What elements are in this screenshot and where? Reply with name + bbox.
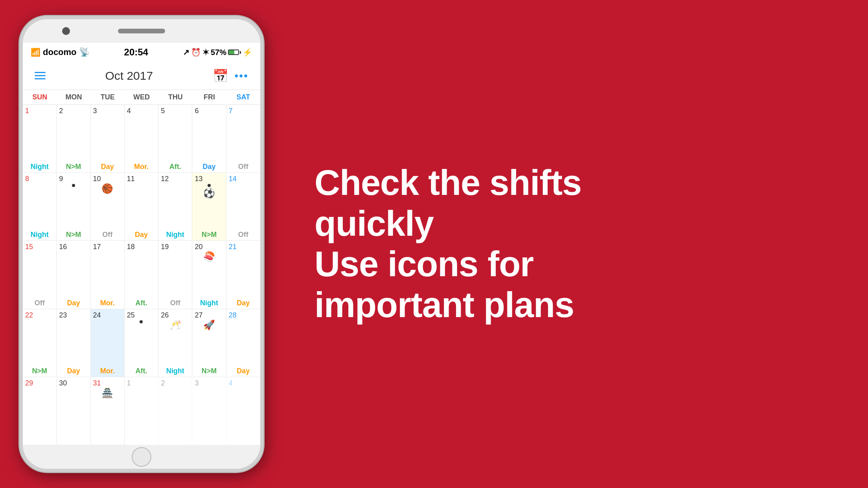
day-header-sun: SUN xyxy=(23,90,57,105)
cal-cell-24[interactable]: 24 Mor. xyxy=(91,309,125,377)
tagline-line1: Check the shifts xyxy=(314,163,581,202)
cell-13-dot xyxy=(208,184,211,187)
location-icon: ↗ xyxy=(183,48,189,57)
cal-cell-nov1[interactable]: 1 xyxy=(125,377,158,445)
tagline-line4: important plans xyxy=(314,285,574,325)
cal-cell-6[interactable]: 6 Day xyxy=(192,105,226,173)
wifi-icon: 📡 xyxy=(79,47,90,57)
cal-cell-nov2[interactable]: 2 xyxy=(158,377,192,445)
cal-cell-23[interactable]: 23 Day xyxy=(57,309,90,377)
champagne-icon: 🥂 xyxy=(169,320,181,330)
menu-button[interactable] xyxy=(35,72,46,79)
calendar-add-icon[interactable]: 📅 xyxy=(213,68,228,83)
day-header-fri: FRI xyxy=(192,90,226,105)
phone-side-button-right xyxy=(263,129,263,176)
day-header-wed: WED xyxy=(125,90,158,105)
phone-mockup: 📶 docomo 📡 20:54 ↗ ⏰ ✶ 57% xyxy=(0,0,283,488)
cal-cell-19[interactable]: 19 Off xyxy=(158,241,192,309)
cal-cell-13[interactable]: 13 ⚽ N>M xyxy=(192,173,226,241)
calendar-grid: 1 Night 2 N>M 3 Day 4 Mor. 5 Aft. xyxy=(23,105,260,445)
cal-cell-1[interactable]: 1 Night xyxy=(23,105,57,173)
tagline-line3: Use icons for xyxy=(314,244,533,284)
status-right: ↗ ⏰ ✶ 57% ⚡ xyxy=(183,48,252,57)
bluetooth-icon: ✶ xyxy=(202,48,209,57)
day-header-thu: THU xyxy=(158,90,192,105)
cal-cell-25[interactable]: 25 Aft. xyxy=(125,309,158,377)
carrier-label: docomo xyxy=(43,47,77,57)
phone-top-bar xyxy=(23,19,260,43)
cal-cell-22[interactable]: 22 N>M xyxy=(23,309,57,377)
cal-cell-10[interactable]: 10 🏀 Off xyxy=(91,173,125,241)
phone-bottom-bar xyxy=(23,445,260,469)
rocket-icon: 🚀 xyxy=(203,320,215,330)
day-header-tue: TUE xyxy=(91,90,125,105)
phone-side-button-1 xyxy=(20,82,20,102)
cal-cell-29[interactable]: 29 xyxy=(23,377,57,445)
calendar-more-icon[interactable]: ••• xyxy=(235,70,248,82)
phone-camera xyxy=(62,27,70,35)
tagline-line2: quickly xyxy=(314,204,434,243)
cal-cell-30[interactable]: 30 xyxy=(57,377,90,445)
calendar-title: Oct 2017 xyxy=(105,69,153,83)
cell-25-dot xyxy=(140,320,143,323)
cal-cell-31[interactable]: 31 🏯 xyxy=(91,377,125,445)
phone-speaker xyxy=(118,29,165,33)
status-bar: 📶 docomo 📡 20:54 ↗ ⏰ ✶ 57% xyxy=(23,43,260,62)
cal-cell-2[interactable]: 2 N>M xyxy=(57,105,90,173)
cal-cell-7[interactable]: 7 Off xyxy=(226,105,260,173)
cal-cell-11[interactable]: 11 Day xyxy=(125,173,158,241)
charging-icon: ⚡ xyxy=(243,48,252,57)
phone-side-button-2 xyxy=(20,114,20,145)
phone-frame: 📶 docomo 📡 20:54 ↗ ⏰ ✶ 57% xyxy=(20,16,263,472)
basketball-icon: 🏀 xyxy=(101,184,113,193)
cal-cell-4[interactable]: 4 Mor. xyxy=(125,105,158,173)
cal-cell-14[interactable]: 14 Off xyxy=(226,173,260,241)
cal-cell-9[interactable]: 9 N>M xyxy=(57,173,90,241)
day-headers: SUN MON TUE WED THU FRI SAT xyxy=(23,90,260,105)
castle-icon: 🏯 xyxy=(101,388,113,398)
cal-cell-20[interactable]: 20 🍣 Night xyxy=(192,241,226,309)
cal-cell-12[interactable]: 12 Night xyxy=(158,173,192,241)
battery-icon xyxy=(228,50,241,55)
cal-cell-15[interactable]: 15 Off xyxy=(23,241,57,309)
cal-cell-3[interactable]: 3 Day xyxy=(91,105,125,173)
calendar-header: Oct 2017 📅 ••• xyxy=(23,62,260,90)
cal-cell-16[interactable]: 16 Day xyxy=(57,241,90,309)
phone-screen: 📶 docomo 📡 20:54 ↗ ⏰ ✶ 57% xyxy=(23,43,260,445)
cal-cell-26[interactable]: 26 🥂 Night xyxy=(158,309,192,377)
signal-icon: 📶 xyxy=(31,48,40,57)
cal-cell-8[interactable]: 8 Night xyxy=(23,173,57,241)
cal-cell-21[interactable]: 21 Day xyxy=(226,241,260,309)
cal-cell-17[interactable]: 17 Mor. xyxy=(91,241,125,309)
day-header-mon: MON xyxy=(57,90,90,105)
soccer-icon: ⚽ xyxy=(203,189,215,198)
alarm-icon: ⏰ xyxy=(191,48,201,57)
day-header-sat: SAT xyxy=(226,90,260,105)
home-button[interactable] xyxy=(132,447,151,467)
cal-cell-28[interactable]: 28 Day xyxy=(226,309,260,377)
cal-cell-nov4[interactable]: 4 xyxy=(226,377,260,445)
cal-cell-5[interactable]: 5 Aft. xyxy=(158,105,192,173)
status-left: 📶 docomo 📡 xyxy=(31,47,90,57)
status-time: 20:54 xyxy=(124,47,148,58)
phone-side-button-3 xyxy=(20,153,20,184)
sushi-icon: 🍣 xyxy=(203,252,215,261)
cal-cell-27[interactable]: 27 🚀 N>M xyxy=(192,309,226,377)
promo-text-section: Check the shifts quickly Use icons for i… xyxy=(283,139,868,349)
cell-9-dot xyxy=(72,184,75,187)
cal-cell-18[interactable]: 18 Aft. xyxy=(125,241,158,309)
battery-percent: 57% xyxy=(211,48,226,57)
tagline: Check the shifts quickly Use icons for i… xyxy=(314,163,837,325)
cal-cell-nov3[interactable]: 3 xyxy=(192,377,226,445)
